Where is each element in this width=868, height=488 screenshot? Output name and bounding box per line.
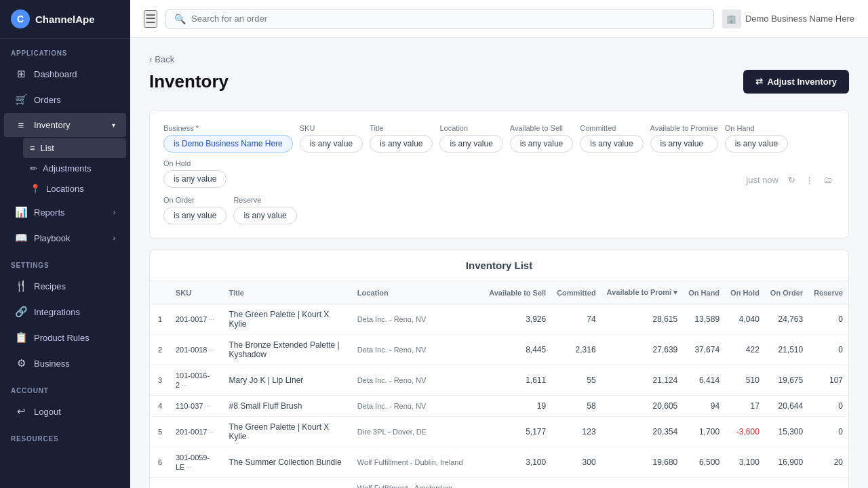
sidebar-item-recipes[interactable]: 🍴 Recipes	[4, 274, 126, 298]
title-cell: #15 Tapered Blending Brush	[223, 478, 351, 489]
inventory-icon: ≡	[15, 119, 27, 131]
col-location[interactable]: Location	[352, 281, 484, 304]
business-avatar: 🏢	[722, 9, 741, 28]
menu-toggle-button[interactable]: ☰	[144, 10, 157, 28]
filter-available-to-sell-label: Available to Sell	[510, 124, 573, 132]
col-on-hand[interactable]: On Hand	[683, 281, 725, 304]
sidebar-item-integrations[interactable]: 🔗 Integrations	[4, 300, 126, 324]
table-row[interactable]: 2 201-0018··· The Bronze Extended Palett…	[150, 335, 848, 365]
filter-atp-chip[interactable]: is any value	[650, 135, 718, 152]
sidebar-item-business[interactable]: ⚙ Business	[4, 351, 126, 375]
filter-business: Business * is Demo Business Name Here	[163, 124, 293, 152]
section-label-settings: SETTINGS	[0, 251, 130, 273]
reserve-cell: 0	[808, 417, 848, 447]
filter-committed-label: Committed	[580, 124, 643, 132]
sidebar-item-label: Logout	[34, 407, 61, 417]
table-row[interactable]: 3 101-0016-2··· Mary Jo K | Lip Liner De…	[150, 365, 848, 396]
filter-committed-chip[interactable]: is any value	[580, 135, 643, 152]
location-cell: Dire 3PL - Dover, DE	[352, 417, 484, 447]
sidebar-item-inventory[interactable]: ≡ Inventory ▾	[4, 113, 126, 137]
reserve-cell: 107	[808, 365, 848, 396]
on-order-cell: 15,200	[765, 478, 808, 489]
title-cell: The Bronze Extended Palette | Kyshadow	[223, 335, 351, 365]
filter-business-chip[interactable]: is Demo Business Name Here	[163, 135, 293, 152]
reserve-cell: 0	[808, 396, 848, 417]
filter-on-hold-chip[interactable]: is any value	[163, 170, 226, 188]
available-to-promise-cell: 20,605	[601, 396, 684, 417]
table-row[interactable]: 4 110-037··· #8 Small Fluff Brush Deta I…	[150, 396, 848, 417]
table-row[interactable]: 7 110-044··· #15 Tapered Blending Brush …	[150, 478, 848, 489]
sidebar-item-list[interactable]: ≡ List	[23, 138, 126, 158]
sidebar-item-logout[interactable]: ↩ Logout	[4, 399, 126, 424]
recipes-icon: 🍴	[15, 280, 27, 292]
table-row[interactable]: 5 201-0017··· The Green Palette | Kourt …	[150, 417, 848, 447]
col-sku[interactable]: SKU	[170, 281, 223, 304]
main-area: ☰ 🔍 🏢 Demo Business Name Here ‹ Back Inv…	[130, 0, 868, 488]
on-hold-cell: -3,600	[725, 417, 765, 447]
back-chevron-icon: ‹	[149, 54, 152, 64]
dashboard-icon: ⊞	[15, 68, 27, 80]
chevron-right-icon: ›	[113, 209, 115, 216]
sidebar-item-label: Reports	[34, 207, 65, 218]
list-icon: ≡	[30, 143, 35, 153]
on-hold-cell: 3,100	[725, 447, 765, 478]
col-available-to-sell[interactable]: Available to Sell	[484, 281, 551, 304]
reserve-cell: 0	[808, 478, 848, 489]
sidebar-item-playbook[interactable]: 📖 Playbook ›	[4, 226, 126, 250]
refresh-icon[interactable]: ↻	[785, 172, 798, 188]
committed-cell: 74	[551, 304, 601, 335]
back-link[interactable]: ‹ Back	[149, 54, 849, 64]
table-row[interactable]: 6 301-0059-LE··· The Summer Collection B…	[150, 447, 848, 478]
available-to-promise-cell: 20,354	[601, 417, 684, 447]
folder-icon[interactable]: 🗂	[821, 172, 835, 188]
timestamp-label: just now	[743, 172, 781, 188]
filter-reserve-chip[interactable]: is any value	[233, 207, 296, 224]
sidebar-item-orders[interactable]: 🛒 Orders	[4, 87, 126, 112]
orders-icon: 🛒	[15, 94, 27, 106]
committed-cell: 58	[551, 396, 601, 417]
filter-available-to-sell-chip[interactable]: is any value	[510, 135, 573, 152]
title-cell: Mary Jo K | Lip Liner	[223, 365, 351, 396]
filter-on-order-chip[interactable]: is any value	[163, 207, 226, 224]
col-committed[interactable]: Committed	[551, 281, 601, 304]
filter-title-chip[interactable]: is any value	[370, 135, 433, 152]
topbar-right: 🏢 Demo Business Name Here	[722, 9, 854, 28]
filter-title: Title is any value	[370, 124, 433, 152]
sidebar-item-adjustments[interactable]: ✏ Adjustments	[23, 159, 126, 178]
filter-location-chip[interactable]: is any value	[439, 135, 502, 152]
col-reserve[interactable]: Reserve	[808, 281, 848, 304]
search-input[interactable]	[191, 14, 705, 24]
on-hand-cell: 1,700	[683, 417, 725, 447]
on-hold-cell: 1,200	[725, 478, 765, 489]
sidebar-item-reports[interactable]: 📊 Reports ›	[4, 200, 126, 224]
filter-on-hold: On Hold is any value	[163, 159, 226, 188]
committed-cell: 2,316	[551, 335, 601, 365]
on-hand-cell: 6,500	[683, 447, 725, 478]
adjust-inventory-button[interactable]: ⇄ Adjust Inventory	[743, 70, 849, 94]
col-on-order[interactable]: On Order	[765, 281, 808, 304]
sidebar-item-label: Orders	[34, 95, 61, 105]
sku-cell: 101-0016-2···	[170, 365, 223, 396]
table-row[interactable]: 1 201-0017··· The Green Palette | Kourt …	[150, 304, 848, 335]
locations-icon: 📍	[30, 184, 41, 194]
row-number: 5	[150, 417, 170, 447]
sidebar-item-dashboard[interactable]: ⊞ Dashboard	[4, 62, 126, 86]
playbook-icon: 📖	[15, 232, 27, 244]
col-on-hold[interactable]: On Hold	[725, 281, 765, 304]
filter-sku-chip[interactable]: is any value	[300, 135, 363, 152]
col-title[interactable]: Title	[223, 281, 351, 304]
available-to-sell-cell: 8,445	[484, 335, 551, 365]
filter-title-label: Title	[370, 124, 433, 132]
more-options-icon[interactable]: ⋮	[802, 172, 816, 188]
filter-committed: Committed is any value	[580, 124, 643, 152]
filter-on-hold-label: On Hold	[163, 159, 226, 167]
filter-on-hand-chip[interactable]: is any value	[725, 135, 788, 152]
filter-sku: SKU is any value	[300, 124, 363, 152]
row-number: 4	[150, 396, 170, 417]
location-cell: Wolf Fulfillment - Dublin, Ireland	[352, 447, 484, 478]
location-cell: Wolf Fulfillment - Amsterdam, Netherland…	[352, 478, 484, 489]
col-available-to-promise[interactable]: Available to Promi ▾	[601, 281, 684, 304]
committed-cell: 55	[551, 365, 601, 396]
sidebar-item-locations[interactable]: 📍 Locations	[23, 179, 126, 199]
sidebar-item-product-rules[interactable]: 📋 Product Rules	[4, 325, 126, 350]
